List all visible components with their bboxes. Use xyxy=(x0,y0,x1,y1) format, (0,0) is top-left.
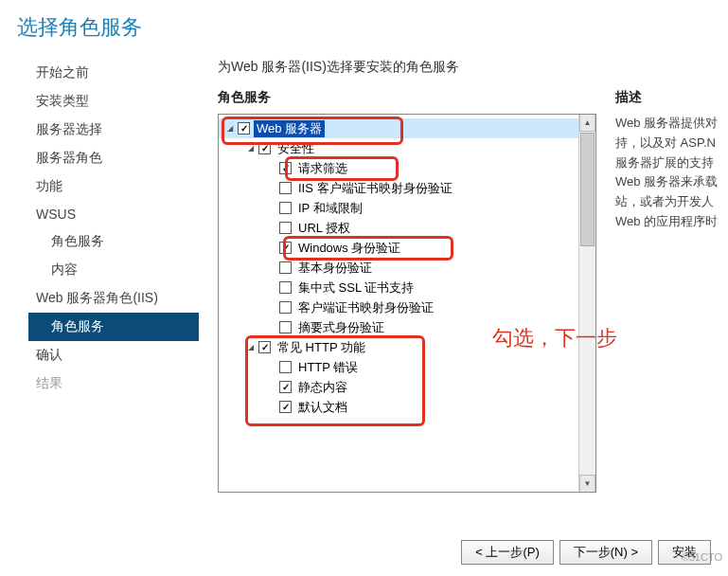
tree-row-11[interactable]: ◢常见 HTTP 功能 xyxy=(219,337,595,357)
wizard-footer: < 上一步(P) 下一步(N) > 安装 xyxy=(461,540,711,565)
tree-label: 静态内容 xyxy=(295,379,350,396)
sidebar-item-1[interactable]: 安装类型 xyxy=(28,87,199,116)
scrollbar-vertical[interactable]: ▲ ▼ xyxy=(578,115,595,492)
expand-spacer xyxy=(266,262,277,274)
tree-label: URL 授权 xyxy=(295,220,353,237)
tree-label: 安全性 xyxy=(275,140,317,157)
tree-label: HTTP 错误 xyxy=(295,359,361,376)
sidebar-item-4[interactable]: 功能 xyxy=(28,172,199,201)
prompt-text: 为Web 服务器(IIS)选择要安装的角色服务 xyxy=(218,59,728,76)
expand-spacer xyxy=(266,243,277,254)
tree-row-0[interactable]: ◢Web 服务器 xyxy=(219,118,595,138)
checkbox[interactable] xyxy=(279,321,292,333)
expand-spacer xyxy=(266,282,277,294)
tree-label: IIS 客户端证书映射身份验证 xyxy=(295,180,455,197)
role-tree[interactable]: ◢Web 服务器◢安全性请求筛选IIS 客户端证书映射身份验证IP 和域限制UR… xyxy=(218,114,596,493)
tree-row-3[interactable]: IIS 客户端证书映射身份验证 xyxy=(219,178,595,198)
description-label: 描述 xyxy=(615,89,728,106)
expand-icon[interactable]: ◢ xyxy=(245,342,257,353)
description-text: Web 服务器提供对持，以及对 ASP.N服务器扩展的支持Web 服务器来承载站… xyxy=(615,114,728,232)
sidebar-item-0[interactable]: 开始之前 xyxy=(28,59,199,87)
sidebar-item-10[interactable]: 确认 xyxy=(28,341,199,369)
sidebar-item-8[interactable]: Web 服务器角色(IIS) xyxy=(28,284,199,313)
tree-row-4[interactable]: IP 和域限制 xyxy=(219,198,595,218)
sidebar-item-2[interactable]: 服务器选择 xyxy=(28,116,199,144)
tree-label: IP 和域限制 xyxy=(295,200,365,217)
next-button[interactable]: 下一步(N) > xyxy=(559,540,652,565)
tree-row-14[interactable]: 默认文档 xyxy=(219,397,595,417)
tree-label: 常见 HTTP 功能 xyxy=(275,339,368,356)
tree-row-13[interactable]: 静态内容 xyxy=(219,377,595,397)
previous-button[interactable]: < 上一步(P) xyxy=(461,540,554,565)
sidebar-item-11[interactable]: 结果 xyxy=(28,369,199,398)
expand-spacer xyxy=(266,322,277,333)
checkbox[interactable] xyxy=(279,281,292,294)
sidebar-item-9[interactable]: 角色服务 xyxy=(28,313,199,341)
tree-row-8[interactable]: 集中式 SSL 证书支持 xyxy=(219,278,595,297)
expand-spacer xyxy=(266,362,277,373)
tree-label: Web 服务器 xyxy=(254,120,325,137)
expand-icon[interactable]: ◢ xyxy=(245,143,257,154)
wizard-sidebar: 开始之前安装类型服务器选择服务器角色功能WSUS角色服务内容Web 服务器角色(… xyxy=(28,59,199,493)
tree-row-2[interactable]: 请求筛选 xyxy=(219,158,595,178)
sidebar-item-5[interactable]: WSUS xyxy=(28,201,199,227)
expand-spacer xyxy=(266,203,277,214)
tree-label: 基本身份验证 xyxy=(295,260,375,277)
checkbox[interactable] xyxy=(279,381,292,393)
expand-spacer xyxy=(266,223,277,234)
tree-row-12[interactable]: HTTP 错误 xyxy=(219,357,595,377)
checkbox[interactable] xyxy=(279,202,292,214)
expand-icon[interactable]: ◢ xyxy=(224,123,236,135)
checkbox[interactable] xyxy=(279,301,292,314)
tree-label: 集中式 SSL 证书支持 xyxy=(295,279,417,297)
tree-row-10[interactable]: 摘要式身份验证 xyxy=(219,317,595,337)
checkbox[interactable] xyxy=(279,162,292,174)
tree-row-1[interactable]: ◢安全性 xyxy=(219,138,595,158)
expand-spacer xyxy=(266,402,277,413)
tree-row-6[interactable]: Windows 身份验证 xyxy=(219,238,595,258)
tree-label: Windows 身份验证 xyxy=(295,240,403,257)
tree-row-7[interactable]: 基本身份验证 xyxy=(219,258,595,278)
sidebar-item-6[interactable]: 角色服务 xyxy=(28,227,199,256)
checkbox[interactable] xyxy=(279,242,292,254)
checkbox[interactable] xyxy=(238,122,250,135)
tree-label: 摘要式身份验证 xyxy=(295,319,387,336)
sidebar-item-3[interactable]: 服务器角色 xyxy=(28,144,199,172)
scroll-thumb[interactable] xyxy=(580,133,595,246)
checkbox[interactable] xyxy=(279,261,292,274)
scroll-up-button[interactable]: ▲ xyxy=(579,115,595,132)
checkbox[interactable] xyxy=(279,182,292,194)
roles-label: 角色服务 xyxy=(218,89,596,106)
checkbox[interactable] xyxy=(279,401,292,413)
tree-label: 默认文档 xyxy=(295,399,350,416)
checkbox[interactable] xyxy=(279,222,292,234)
tree-label: 请求筛选 xyxy=(295,160,350,177)
tree-row-5[interactable]: URL 授权 xyxy=(219,218,595,238)
tree-row-9[interactable]: 客户端证书映射身份验证 xyxy=(219,297,595,317)
expand-spacer xyxy=(266,183,277,194)
tree-label: 客户端证书映射身份验证 xyxy=(295,299,436,316)
scroll-down-button[interactable]: ▼ xyxy=(579,475,595,492)
expand-spacer xyxy=(266,163,277,174)
checkbox[interactable] xyxy=(279,361,292,373)
sidebar-item-7[interactable]: 内容 xyxy=(28,256,199,284)
checkbox[interactable] xyxy=(258,142,271,154)
page-title: 选择角色服务 xyxy=(0,0,728,59)
watermark: ©51CTO xyxy=(682,551,722,563)
expand-spacer xyxy=(266,302,277,314)
checkbox[interactable] xyxy=(258,341,271,353)
expand-spacer xyxy=(266,382,277,393)
